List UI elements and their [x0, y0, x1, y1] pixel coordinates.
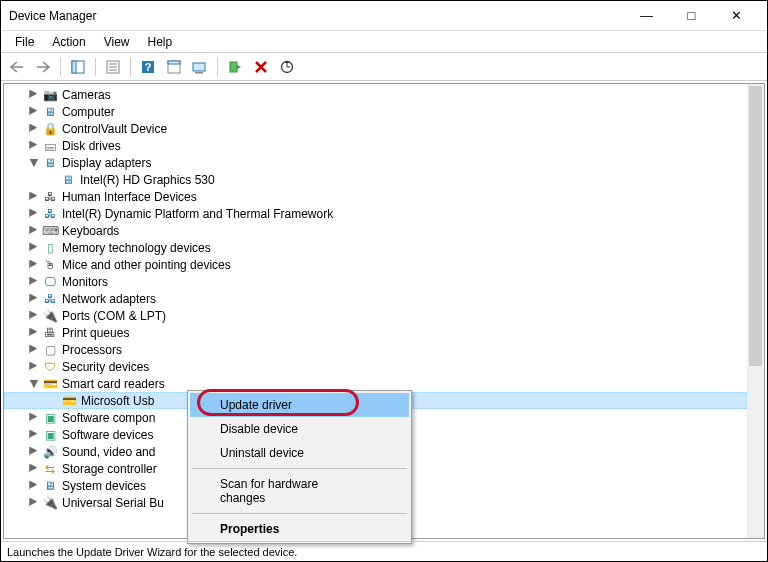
device-icon: 🖧 [42, 291, 58, 307]
enable-button[interactable] [223, 56, 247, 78]
tree-row[interactable]: 🖥Intel(R) HD Graphics 530 [4, 171, 747, 188]
chevron-right-icon[interactable]: ⯈ [26, 478, 42, 494]
chevron-right-icon[interactable]: ⯈ [26, 104, 42, 120]
chevron-right-icon[interactable]: ⯈ [26, 291, 42, 307]
tree-row-label: Processors [62, 343, 122, 357]
tree-row[interactable]: ⯈📷Cameras [4, 86, 747, 103]
tree-row-label: Smart card readers [62, 377, 165, 391]
context-menu-item[interactable]: Properties [190, 517, 409, 541]
tree-row-label: Keyboards [62, 224, 119, 238]
separator [60, 58, 61, 76]
maximize-button[interactable]: □ [669, 2, 714, 30]
tree-row[interactable]: ⯈🖱Mice and other pointing devices [4, 256, 747, 273]
scan-button[interactable] [275, 56, 299, 78]
menu-action[interactable]: Action [44, 33, 93, 51]
tree-row-label: Microsoft Usb [81, 394, 154, 408]
titlebar: Device Manager — □ ✕ [1, 1, 767, 31]
device-icon: 🖧 [42, 189, 58, 205]
chevron-right-icon[interactable]: ⯈ [26, 495, 42, 511]
tree-row[interactable]: ⯈⌨Keyboards [4, 222, 747, 239]
device-icon: 💳 [42, 376, 58, 392]
separator [217, 58, 218, 76]
svg-text:?: ? [145, 61, 152, 73]
chevron-right-icon[interactable]: ⯈ [26, 206, 42, 222]
chevron-down-icon[interactable]: ⯆ [26, 155, 42, 171]
device-icon: ▣ [42, 427, 58, 443]
context-menu-item[interactable]: Update driver [190, 393, 409, 417]
forward-button[interactable] [31, 56, 55, 78]
menu-help[interactable]: Help [140, 33, 181, 51]
chevron-right-icon[interactable]: ⯈ [26, 308, 42, 324]
tree-row-label: Universal Serial Bu [62, 496, 164, 510]
scrollbar-vertical[interactable] [747, 84, 764, 538]
chevron-down-icon[interactable]: ⯆ [26, 376, 42, 392]
menu-view[interactable]: View [96, 33, 138, 51]
tree-row-label: Disk drives [62, 139, 121, 153]
tree-row[interactable]: ⯈▢Processors [4, 341, 747, 358]
tree-row[interactable]: ⯈🖥Computer [4, 103, 747, 120]
context-menu-separator [192, 513, 407, 514]
chevron-right-icon[interactable]: ⯈ [26, 342, 42, 358]
menubar: File Action View Help [1, 31, 767, 53]
svg-rect-12 [230, 62, 237, 72]
chevron-right-icon[interactable]: ⯈ [26, 359, 42, 375]
tree-row[interactable]: ⯈▯Memory technology devices [4, 239, 747, 256]
device-icon: 🔒 [42, 121, 58, 137]
device-icon: ⌨ [42, 223, 58, 239]
svg-rect-11 [195, 72, 203, 74]
chevron-right-icon[interactable]: ⯈ [26, 461, 42, 477]
context-menu-item[interactable]: Scan for hardware changes [190, 472, 409, 510]
context-menu-item[interactable]: Uninstall device [190, 441, 409, 465]
tree-row-label: Sound, video and [62, 445, 155, 459]
tree-row[interactable]: ⯈🖶Print queues [4, 324, 747, 341]
properties-button[interactable] [101, 56, 125, 78]
chevron-right-icon[interactable]: ⯈ [26, 257, 42, 273]
chevron-right-icon[interactable]: ⯈ [26, 444, 42, 460]
minimize-button[interactable]: — [624, 2, 669, 30]
menu-file[interactable]: File [7, 33, 42, 51]
chevron-right-icon[interactable]: ⯈ [26, 410, 42, 426]
tree-row[interactable]: ⯈🖧Human Interface Devices [4, 188, 747, 205]
tree-row[interactable]: ⯈🔒ControlVault Device [4, 120, 747, 137]
tree-row-label: Network adapters [62, 292, 156, 306]
device-icon: ▣ [42, 410, 58, 426]
tree-row[interactable]: ⯈🖴Disk drives [4, 137, 747, 154]
svg-rect-9 [168, 61, 180, 64]
tree-row-label: Intel(R) HD Graphics 530 [80, 173, 215, 187]
separator [130, 58, 131, 76]
status-text: Launches the Update Driver Wizard for th… [7, 546, 297, 558]
device-icon: 🖱 [42, 257, 58, 273]
back-button[interactable] [5, 56, 29, 78]
chevron-right-icon[interactable]: ⯈ [26, 223, 42, 239]
tree-row[interactable]: ⯈🖧Intel(R) Dynamic Platform and Thermal … [4, 205, 747, 222]
chevron-right-icon[interactable]: ⯈ [26, 427, 42, 443]
tree-row[interactable]: ⯆🖥Display adapters [4, 154, 747, 171]
svg-rect-10 [193, 63, 205, 71]
device-icon: 🖵 [42, 274, 58, 290]
scrollbar-thumb[interactable] [749, 86, 762, 366]
help-button[interactable]: ? [136, 56, 160, 78]
tree-row[interactable]: ⯈🔌Ports (COM & LPT) [4, 307, 747, 324]
context-menu-item[interactable]: Disable device [190, 417, 409, 441]
tree-row-label: Display adapters [62, 156, 151, 170]
device-icon: 🔌 [42, 495, 58, 511]
action-button[interactable] [162, 56, 186, 78]
chevron-right-icon[interactable]: ⯈ [26, 325, 42, 341]
chevron-right-icon[interactable]: ⯈ [26, 138, 42, 154]
chevron-right-icon[interactable]: ⯈ [26, 87, 42, 103]
chevron-right-icon[interactable]: ⯈ [26, 274, 42, 290]
device-icon: 🖥 [42, 478, 58, 494]
close-button[interactable]: ✕ [714, 2, 759, 30]
device-icon: 🖶 [42, 325, 58, 341]
chevron-right-icon[interactable]: ⯈ [26, 240, 42, 256]
chevron-right-icon[interactable]: ⯈ [26, 121, 42, 137]
update-driver-button[interactable] [188, 56, 212, 78]
show-hidden-button[interactable] [66, 56, 90, 78]
tree-row[interactable]: ⯈🖵Monitors [4, 273, 747, 290]
tree-row[interactable]: ⯈🖧Network adapters [4, 290, 747, 307]
uninstall-button[interactable] [249, 56, 273, 78]
device-icon: 💳 [61, 393, 77, 409]
tree-row[interactable]: ⯈🛡Security devices [4, 358, 747, 375]
chevron-right-icon[interactable]: ⯈ [26, 189, 42, 205]
tree-row-label: Software compon [62, 411, 155, 425]
